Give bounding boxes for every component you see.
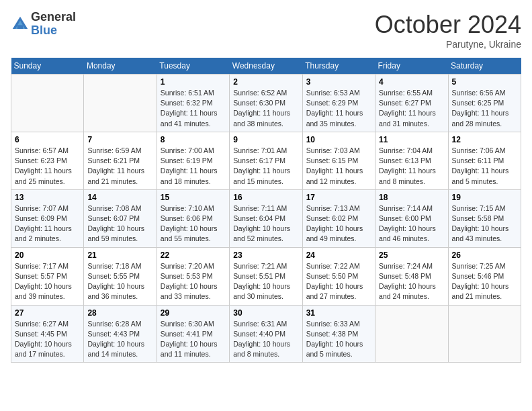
day-info: Sunrise: 6:57 AM Sunset: 6:23 PM Dayligh…	[15, 146, 80, 187]
day-number: 5	[452, 77, 517, 87]
calendar-day-header: Monday	[84, 58, 157, 75]
calendar-day-header: Friday	[375, 58, 448, 75]
day-number: 14	[87, 193, 152, 202]
calendar-cell: 25Sunrise: 7:24 AM Sunset: 5:48 PM Dayli…	[375, 247, 448, 305]
day-info: Sunrise: 7:11 AM Sunset: 6:04 PM Dayligh…	[233, 203, 298, 244]
day-number: 26	[452, 250, 517, 260]
calendar-cell: 15Sunrise: 7:10 AM Sunset: 6:06 PM Dayli…	[157, 189, 229, 247]
calendar-cell: 30Sunrise: 6:31 AM Sunset: 4:40 PM Dayli…	[230, 305, 302, 363]
calendar-cell: 21Sunrise: 7:18 AM Sunset: 5:55 PM Dayli…	[84, 247, 157, 305]
calendar-cell: 29Sunrise: 6:30 AM Sunset: 4:41 PM Dayli…	[157, 305, 229, 363]
day-number: 16	[233, 193, 298, 202]
day-info: Sunrise: 7:17 AM Sunset: 5:57 PM Dayligh…	[15, 261, 80, 302]
day-number: 9	[233, 135, 298, 144]
day-number: 30	[233, 308, 298, 318]
day-info: Sunrise: 7:10 AM Sunset: 6:06 PM Dayligh…	[161, 203, 226, 244]
calendar-cell	[448, 305, 521, 363]
calendar-week-row: 6Sunrise: 6:57 AM Sunset: 6:23 PM Daylig…	[11, 132, 521, 189]
calendar-day-header: Saturday	[448, 58, 521, 75]
day-number: 19	[452, 193, 517, 202]
day-number: 22	[161, 250, 226, 260]
logo: General Blue	[11, 11, 76, 38]
day-number: 2	[233, 77, 298, 87]
day-info: Sunrise: 6:30 AM Sunset: 4:41 PM Dayligh…	[161, 319, 226, 360]
calendar-cell: 16Sunrise: 7:11 AM Sunset: 6:04 PM Dayli…	[230, 189, 302, 247]
day-info: Sunrise: 7:22 AM Sunset: 5:50 PM Dayligh…	[306, 261, 371, 302]
day-info: Sunrise: 7:25 AM Sunset: 5:46 PM Dayligh…	[452, 261, 517, 302]
calendar-cell: 27Sunrise: 6:27 AM Sunset: 4:45 PM Dayli…	[11, 305, 84, 363]
calendar-cell: 1Sunrise: 6:51 AM Sunset: 6:32 PM Daylig…	[157, 75, 229, 132]
day-info: Sunrise: 6:52 AM Sunset: 6:30 PM Dayligh…	[233, 88, 298, 129]
day-info: Sunrise: 7:03 AM Sunset: 6:15 PM Dayligh…	[306, 146, 371, 187]
svg-rect-2	[17, 25, 23, 29]
day-number: 15	[161, 193, 226, 202]
day-info: Sunrise: 7:08 AM Sunset: 6:07 PM Dayligh…	[87, 203, 152, 244]
calendar-cell: 31Sunrise: 6:33 AM Sunset: 4:38 PM Dayli…	[302, 305, 375, 363]
location: Parutyne, Ukraine	[375, 39, 521, 50]
calendar-cell: 17Sunrise: 7:13 AM Sunset: 6:02 PM Dayli…	[302, 189, 375, 247]
day-number: 23	[233, 250, 298, 260]
day-info: Sunrise: 7:07 AM Sunset: 6:09 PM Dayligh…	[15, 203, 80, 244]
day-info: Sunrise: 6:55 AM Sunset: 6:27 PM Dayligh…	[379, 88, 444, 129]
calendar-day-header: Tuesday	[157, 58, 229, 75]
calendar-cell: 5Sunrise: 6:56 AM Sunset: 6:25 PM Daylig…	[448, 75, 521, 132]
day-number: 7	[87, 135, 152, 144]
day-info: Sunrise: 7:24 AM Sunset: 5:48 PM Dayligh…	[379, 261, 444, 302]
day-number: 25	[379, 250, 444, 260]
calendar-cell: 23Sunrise: 7:21 AM Sunset: 5:51 PM Dayli…	[230, 247, 302, 305]
day-number: 29	[161, 308, 226, 318]
day-info: Sunrise: 7:06 AM Sunset: 6:11 PM Dayligh…	[452, 146, 517, 187]
calendar-cell: 6Sunrise: 6:57 AM Sunset: 6:23 PM Daylig…	[11, 132, 84, 189]
day-info: Sunrise: 7:01 AM Sunset: 6:17 PM Dayligh…	[233, 146, 298, 187]
day-info: Sunrise: 7:20 AM Sunset: 5:53 PM Dayligh…	[161, 261, 226, 302]
logo-blue: Blue	[31, 24, 76, 38]
day-info: Sunrise: 6:27 AM Sunset: 4:45 PM Dayligh…	[15, 319, 80, 360]
logo-general: General	[31, 11, 76, 24]
calendar-cell: 11Sunrise: 7:04 AM Sunset: 6:13 PM Dayli…	[375, 132, 448, 189]
calendar-day-header: Thursday	[302, 58, 375, 75]
day-info: Sunrise: 6:31 AM Sunset: 4:40 PM Dayligh…	[233, 319, 298, 360]
page-header: General Blue October 2024 Parutyne, Ukra…	[11, 11, 521, 50]
day-info: Sunrise: 6:53 AM Sunset: 6:29 PM Dayligh…	[306, 88, 371, 129]
day-info: Sunrise: 7:04 AM Sunset: 6:13 PM Dayligh…	[379, 146, 444, 187]
calendar-cell	[84, 75, 157, 132]
day-number: 28	[87, 308, 152, 318]
day-info: Sunrise: 6:28 AM Sunset: 4:43 PM Dayligh…	[87, 319, 152, 360]
calendar: SundayMondayTuesdayWednesdayThursdayFrid…	[11, 58, 521, 363]
month-year: October 2024	[375, 11, 521, 39]
day-info: Sunrise: 6:33 AM Sunset: 4:38 PM Dayligh…	[306, 319, 371, 360]
day-number: 21	[87, 250, 152, 260]
day-number: 8	[161, 135, 226, 144]
calendar-cell	[11, 75, 84, 132]
calendar-cell: 8Sunrise: 7:00 AM Sunset: 6:19 PM Daylig…	[157, 132, 229, 189]
calendar-cell: 18Sunrise: 7:14 AM Sunset: 6:00 PM Dayli…	[375, 189, 448, 247]
day-info: Sunrise: 7:13 AM Sunset: 6:02 PM Dayligh…	[306, 203, 371, 244]
calendar-week-row: 1Sunrise: 6:51 AM Sunset: 6:32 PM Daylig…	[11, 75, 521, 132]
calendar-week-row: 27Sunrise: 6:27 AM Sunset: 4:45 PM Dayli…	[11, 305, 521, 363]
calendar-cell: 19Sunrise: 7:15 AM Sunset: 5:58 PM Dayli…	[448, 189, 521, 247]
calendar-day-header: Sunday	[11, 58, 84, 75]
day-info: Sunrise: 6:51 AM Sunset: 6:32 PM Dayligh…	[161, 88, 226, 129]
day-info: Sunrise: 7:18 AM Sunset: 5:55 PM Dayligh…	[87, 261, 152, 302]
calendar-cell: 3Sunrise: 6:53 AM Sunset: 6:29 PM Daylig…	[302, 75, 375, 132]
calendar-week-row: 20Sunrise: 7:17 AM Sunset: 5:57 PM Dayli…	[11, 247, 521, 305]
day-info: Sunrise: 6:59 AM Sunset: 6:21 PM Dayligh…	[87, 146, 152, 187]
day-number: 3	[306, 77, 371, 87]
day-number: 31	[306, 308, 371, 318]
day-info: Sunrise: 7:15 AM Sunset: 5:58 PM Dayligh…	[452, 203, 517, 244]
calendar-cell: 12Sunrise: 7:06 AM Sunset: 6:11 PM Dayli…	[448, 132, 521, 189]
calendar-cell: 10Sunrise: 7:03 AM Sunset: 6:15 PM Dayli…	[302, 132, 375, 189]
calendar-cell	[375, 305, 448, 363]
calendar-cell: 26Sunrise: 7:25 AM Sunset: 5:46 PM Dayli…	[448, 247, 521, 305]
day-info: Sunrise: 6:56 AM Sunset: 6:25 PM Dayligh…	[452, 88, 517, 129]
day-number: 10	[306, 135, 371, 144]
calendar-cell: 9Sunrise: 7:01 AM Sunset: 6:17 PM Daylig…	[230, 132, 302, 189]
calendar-cell: 7Sunrise: 6:59 AM Sunset: 6:21 PM Daylig…	[84, 132, 157, 189]
calendar-cell: 22Sunrise: 7:20 AM Sunset: 5:53 PM Dayli…	[157, 247, 229, 305]
calendar-cell: 24Sunrise: 7:22 AM Sunset: 5:50 PM Dayli…	[302, 247, 375, 305]
calendar-day-header: Wednesday	[230, 58, 302, 75]
day-number: 12	[452, 135, 517, 144]
day-info: Sunrise: 7:00 AM Sunset: 6:19 PM Dayligh…	[161, 146, 226, 187]
day-number: 27	[15, 308, 80, 318]
calendar-cell: 13Sunrise: 7:07 AM Sunset: 6:09 PM Dayli…	[11, 189, 84, 247]
